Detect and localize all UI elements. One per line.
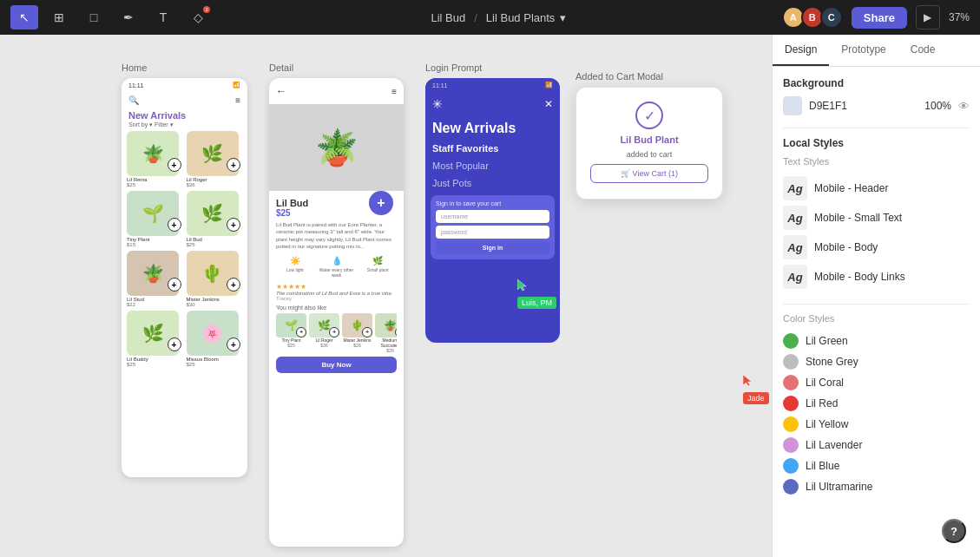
tab-design[interactable]: Design [773,35,829,66]
color-name: Lil Green [806,335,848,347]
stat-water: 💧 Water every other week [318,256,356,278]
mini-add-button[interactable]: + [395,327,397,337]
rectangle-tool[interactable]: □ [80,5,108,29]
tab-prototype[interactable]: Prototype [829,35,898,66]
mini-add-button[interactable]: + [329,327,339,337]
frame-label-cart: Added to Cart Modal [576,71,663,82]
list-item[interactable]: 🌱+ Tiny Plant $25 [276,313,306,353]
list-item[interactable]: 🪴 + Lil Stud $22 [127,251,183,307]
mini-plant-image: 🪴+ [375,313,397,337]
breadcrumb-file[interactable]: Lil Bud Plants [486,11,556,24]
share-button[interactable]: Share [852,7,907,29]
list-item[interactable]: 🌱 + Tiny Plant $15 [127,191,183,247]
ag-icon: Ag [783,235,807,259]
add-to-cart-button[interactable]: + [168,278,181,292]
color-style-stone-grey[interactable]: Stone Grey [783,351,970,372]
tab-code[interactable]: Code [898,35,948,66]
water-icon: 💧 [332,256,342,265]
home-status-bar: 11:11 📶 [122,78,247,92]
color-style-lil-yellow[interactable]: Lil Yellow [783,414,970,435]
avatar-group: A B C [786,6,843,29]
select-tool[interactable]: ↖ [10,5,38,29]
list-item[interactable]: 🌸 + Missus Bloom $25 [187,311,243,367]
plant-price: $22 [127,302,183,307]
canvas[interactable]: Home Detail Login Prompt Added to Cart M… [0,35,772,557]
list-item[interactable]: 🌵 + Mister Jenkins $30 [187,251,243,307]
password-input[interactable]: password [436,226,549,239]
login-menu-popular[interactable]: Most Popular [425,157,560,174]
color-style-lil-green[interactable]: Lil Green [783,331,970,351]
text-style-mobile-small-text[interactable]: Ag Mobile - Small Text [783,203,970,233]
list-item[interactable]: 🌵+ Mister Jenkins $26 [342,313,372,353]
mini-plant-price: $26 [375,348,397,353]
view-cart-button[interactable]: 🛒 View Cart (1) [590,164,708,183]
list-item[interactable]: 🪴+ Medium Succulent $26 [375,313,397,353]
add-to-cart-button[interactable]: + [168,218,181,232]
list-item[interactable]: 🌿 + Lil Buddy $25 [127,311,183,367]
sign-in-button[interactable]: Sign in [436,241,549,254]
login-menu-pots[interactable]: Just Pots [425,174,560,192]
add-to-cart-button[interactable]: + [227,337,240,351]
text-style-mobile-body[interactable]: Ag Mobile - Body [783,233,970,262]
you-might-like-label: You might also like [276,305,397,311]
add-to-cart-button[interactable]: + [168,158,181,172]
add-to-cart-button[interactable]: + [227,278,240,292]
mini-plant-image: 🌿+ [309,313,339,337]
add-to-cart-button[interactable]: + [227,158,240,172]
color-dot [783,458,799,474]
list-item[interactable]: 🪴 + Lil Reina $25 [127,131,183,187]
color-style-lil-coral[interactable]: Lil Coral [783,372,970,393]
plant-price: $36 [187,182,243,187]
help-button[interactable]: ? [942,519,966,543]
stat-water-label: Water every other week [318,267,356,278]
username-input[interactable]: username [436,210,549,223]
home-time: 11:11 [128,82,144,88]
pen-tool[interactable]: ✒ [115,5,142,29]
color-style-lil-ultramarine[interactable]: Lil Ultramarine [783,476,970,497]
list-item[interactable]: 🌿+ Lil Roger $36 [309,313,339,353]
zoom-level: 37% [949,11,970,23]
list-item[interactable]: 🌿 + Lil Roger $36 [187,131,243,187]
login-menu-staff[interactable]: Staff Favorites [425,140,560,157]
list-item[interactable]: 🌿 + Lil Bud $25 [187,191,243,247]
color-style-lil-blue[interactable]: Lil Blue [783,455,970,476]
color-dot [783,479,799,495]
frame-tool[interactable]: ⊞ [45,5,73,29]
component-tool[interactable]: ◇3 [184,5,212,29]
background-row: D9E1F1 100% 👁 [783,96,970,115]
ag-icon: Ag [783,265,807,289]
menu-icon: ≡ [235,95,240,105]
text-style-mobile-header[interactable]: Ag Mobile - Header [783,174,970,203]
ag-icon: Ag [783,206,807,230]
mini-add-button[interactable]: + [362,327,372,337]
home-sort-filter[interactable]: Sort by ▾ Filter ▾ [122,121,247,131]
back-arrow-icon[interactable]: ← [276,85,286,97]
toolbar-tools: ↖ ⊞ □ ✒ T ◇3 [10,5,212,29]
color-name: Stone Grey [806,356,858,368]
frame-label-login: Login Prompt [425,62,482,73]
plant-price: $25 [187,362,243,367]
plant-price: $25 [127,182,183,187]
divider [783,304,970,305]
visibility-toggle-icon[interactable]: 👁 [958,100,970,113]
play-button[interactable]: ▶ [916,5,940,29]
add-to-cart-button[interactable]: + [168,337,181,351]
background-color-swatch[interactable] [783,96,802,115]
stat-size-label: Small plant [367,267,389,272]
add-to-cart-button[interactable]: + [227,218,240,232]
plant-price: $25 [127,362,183,367]
text-tool[interactable]: T [149,5,177,29]
home-search-bar[interactable]: 🔍 ≡ [122,92,247,108]
fab-add-button[interactable]: + [369,191,393,215]
mini-add-button[interactable]: + [296,327,306,337]
buy-now-button[interactable]: Buy Now [276,357,397,373]
chevron-down-icon[interactable]: ▾ [560,11,566,24]
check-icon: ✓ [635,102,663,129]
hamburger-icon[interactable]: ≡ [391,87,397,96]
plant-grid: 🪴 + Lil Reina $25 🌿 + Lil Roger $36 🌱 + … [122,131,247,367]
close-icon[interactable]: ✕ [544,98,553,110]
text-style-mobile-body-links[interactable]: Ag Mobile - Body Links [783,262,970,292]
mini-plant-image: 🌱+ [276,313,306,337]
color-style-lil-red[interactable]: Lil Red [783,393,970,414]
color-style-lil-lavender[interactable]: Lil Lavender [783,435,970,455]
